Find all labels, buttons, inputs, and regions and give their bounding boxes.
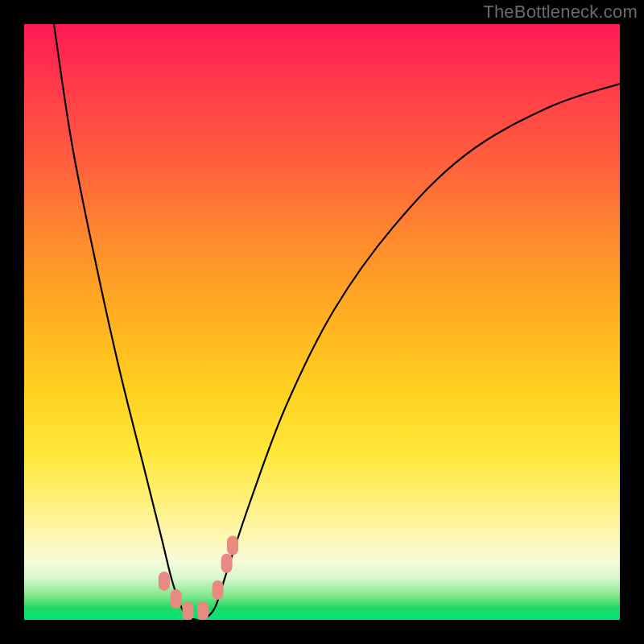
plot-area [24,24,620,620]
curve-marker [183,601,194,620]
curve-layer [24,24,620,620]
curve-marker [159,572,170,591]
bottleneck-curve [54,24,620,620]
watermark-text: TheBottleneck.com [483,2,638,23]
curve-marker [171,589,182,609]
chart-frame: TheBottleneck.com [0,0,644,644]
curve-marker [227,536,238,555]
curve-marker [221,554,233,573]
curve-marker [213,580,224,600]
curve-marker [197,601,208,620]
